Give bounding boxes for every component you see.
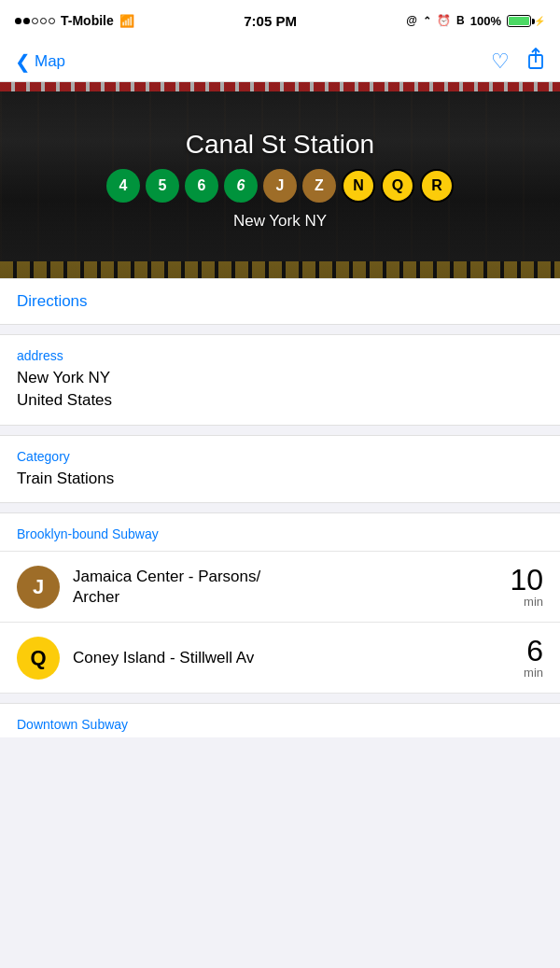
dot-5 bbox=[49, 18, 55, 24]
address-line2: United States bbox=[17, 391, 112, 409]
line-badge-R: R bbox=[420, 169, 454, 203]
carrier-label: T-Mobile bbox=[61, 13, 114, 28]
section-gap-3 bbox=[0, 503, 560, 512]
line-badge-6x: 6 bbox=[224, 169, 258, 203]
battery-fill bbox=[509, 17, 529, 25]
line-badge-J: J bbox=[263, 169, 297, 203]
status-right: @ ⌃ ⏰ B 100% ⚡ bbox=[406, 14, 545, 28]
line-badge-5: 5 bbox=[146, 169, 179, 203]
directions-row[interactable]: Directions bbox=[0, 279, 560, 324]
dot-1 bbox=[15, 18, 21, 24]
time-unit-J: min bbox=[497, 595, 543, 609]
nav-bar: ❮ Map ♡ bbox=[0, 41, 560, 82]
brooklyn-subway-header: Brooklyn-bound Subway bbox=[0, 513, 560, 552]
alarm-icon: ⏰ bbox=[437, 14, 451, 27]
subway-time-J: 10 min bbox=[497, 565, 543, 609]
subway-destination-J: Jamaica Center - Parsons/Archer bbox=[73, 567, 483, 608]
line-badge-4: 4 bbox=[106, 169, 140, 203]
station-title: Canal St Station bbox=[186, 130, 374, 160]
status-bar: T-Mobile 📶 7:05 PM @ ⌃ ⏰ B 100% ⚡ bbox=[0, 0, 560, 41]
subway-row-Q-content: Coney Island - Stillwell Av bbox=[73, 648, 483, 668]
signal-dots bbox=[15, 18, 55, 24]
favorite-button[interactable]: ♡ bbox=[491, 49, 510, 74]
category-section: Category Train Stations bbox=[0, 435, 560, 504]
line-badge-N: N bbox=[342, 169, 375, 203]
status-time: 7:05 PM bbox=[244, 13, 297, 29]
section-gap-1 bbox=[0, 325, 560, 334]
subway-icon-Q: Q bbox=[17, 637, 60, 680]
address-row: address New York NY United States bbox=[0, 335, 560, 425]
bluetooth-icon: B bbox=[456, 14, 465, 27]
charging-bolt: ⚡ bbox=[534, 16, 545, 26]
back-chevron-icon: ❮ bbox=[15, 52, 31, 71]
dot-4 bbox=[40, 18, 47, 24]
directions-section: Directions bbox=[0, 278, 560, 325]
downtown-subway-header: Downtown Subway bbox=[0, 704, 560, 737]
line-badge-Q: Q bbox=[381, 169, 414, 203]
category-label: Category bbox=[17, 449, 543, 464]
subway-row-Q[interactable]: Q Coney Island - Stillwell Av 6 min bbox=[0, 623, 560, 694]
back-label: Map bbox=[35, 52, 65, 71]
station-location: New York NY bbox=[233, 212, 327, 231]
status-left: T-Mobile 📶 bbox=[15, 13, 134, 28]
address-section: address New York NY United States bbox=[0, 334, 560, 426]
subway-icon-J: J bbox=[17, 566, 60, 609]
back-button[interactable]: ❮ Map bbox=[15, 52, 65, 71]
battery-container: ⚡ bbox=[507, 15, 545, 27]
time-unit-Q: min bbox=[497, 666, 543, 680]
location-icon: ⌃ bbox=[423, 15, 431, 27]
category-row: Category Train Stations bbox=[0, 436, 560, 503]
section-gap-4 bbox=[0, 694, 560, 703]
downtown-subway-section: Downtown Subway bbox=[0, 703, 560, 737]
hero-section: Canal St Station 4 5 6 6 J Z N Q R New Y… bbox=[0, 82, 560, 278]
battery-label: 100% bbox=[470, 14, 501, 28]
subway-lines: 4 5 6 6 J Z N Q R bbox=[106, 169, 454, 203]
category-value: Train Stations bbox=[17, 468, 543, 490]
directions-link[interactable]: Directions bbox=[17, 292, 88, 310]
address-line1: New York NY bbox=[17, 369, 110, 386]
wifi-icon: 📶 bbox=[119, 14, 134, 28]
dot-2 bbox=[23, 18, 30, 24]
address-label: address bbox=[17, 348, 543, 363]
subway-destination-Q: Coney Island - Stillwell Av bbox=[73, 648, 483, 668]
brooklyn-subway-section: Brooklyn-bound Subway J Jamaica Center -… bbox=[0, 512, 560, 694]
line-badge-Z: Z bbox=[302, 169, 336, 203]
section-gap-2 bbox=[0, 426, 560, 435]
subway-row-J[interactable]: J Jamaica Center - Parsons/Archer 10 min bbox=[0, 552, 560, 623]
time-number-J: 10 bbox=[497, 565, 543, 595]
subway-row-J-content: Jamaica Center - Parsons/Archer bbox=[73, 567, 483, 608]
battery-icon bbox=[507, 15, 531, 27]
nav-right-icons: ♡ bbox=[491, 48, 545, 75]
dot-3 bbox=[32, 18, 38, 24]
address-value: New York NY United States bbox=[17, 367, 543, 412]
gps-icon: @ bbox=[406, 14, 417, 27]
subway-time-Q: 6 min bbox=[497, 636, 543, 680]
share-button[interactable] bbox=[526, 48, 545, 75]
line-badge-6: 6 bbox=[185, 169, 218, 203]
hero-content: Canal St Station 4 5 6 6 J Z N Q R New Y… bbox=[106, 130, 454, 231]
time-number-Q: 6 bbox=[497, 636, 543, 666]
